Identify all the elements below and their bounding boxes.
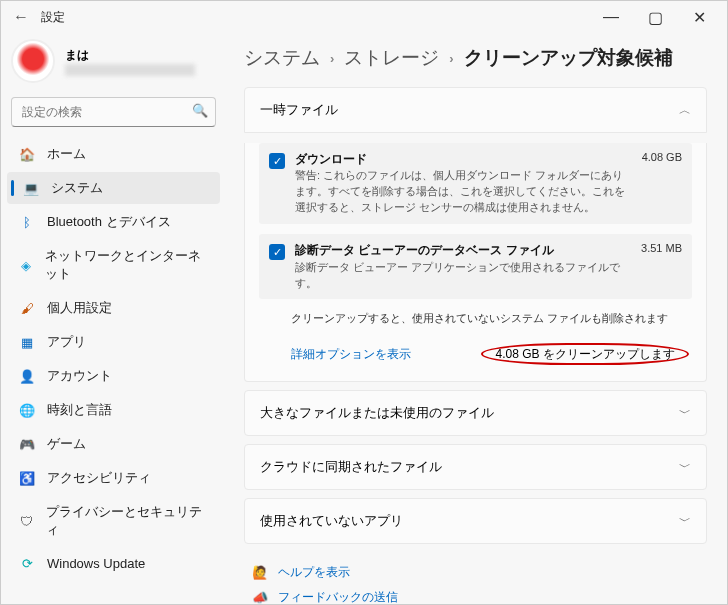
- avatar: [11, 39, 55, 83]
- crumb-current: クリーンアップ対象候補: [464, 45, 673, 71]
- chevron-down-icon: ﹀: [679, 513, 691, 530]
- file-size: 3.51 MB: [641, 242, 682, 254]
- panel-title: 一時ファイル: [260, 101, 338, 119]
- search-icon: 🔍: [192, 103, 208, 118]
- panel-cloud-files[interactable]: クラウドに同期されたファイル ﹀: [244, 444, 707, 490]
- chevron-up-icon: ︿: [679, 102, 691, 119]
- panel-large-files[interactable]: 大きなファイルまたは未使用のファイル ﹀: [244, 390, 707, 436]
- nav-accessibility[interactable]: ♿アクセシビリティ: [7, 462, 220, 494]
- panel-temp-files[interactable]: 一時ファイル ︿: [244, 87, 707, 133]
- nav-update[interactable]: ⟳Windows Update: [7, 548, 220, 578]
- chevron-right-icon: ›: [449, 51, 453, 66]
- titlebar: ← 設定 ― ▢ ✕: [1, 1, 727, 33]
- advanced-options-link[interactable]: 詳細オプションを表示: [291, 347, 411, 362]
- gaming-icon: 🎮: [19, 436, 35, 452]
- wifi-icon: ◈: [19, 257, 33, 273]
- search-input[interactable]: [11, 97, 216, 127]
- chevron-right-icon: ›: [330, 51, 334, 66]
- file-row-diagnostic: ✓ 診断データ ビューアーのデータベース ファイル 診断データ ビューアー アプ…: [259, 234, 692, 299]
- clock-icon: 🌐: [19, 402, 35, 418]
- nav-accounts[interactable]: 👤アカウント: [7, 360, 220, 392]
- window-title: 設定: [41, 9, 65, 26]
- chevron-down-icon: ﹀: [679, 459, 691, 476]
- file-row-downloads: ✓ ダウンロード 警告: これらのファイルは、個人用ダウンロード フォルダーにあ…: [259, 143, 692, 224]
- nav-apps[interactable]: ▦アプリ: [7, 326, 220, 358]
- update-icon: ⟳: [19, 555, 35, 571]
- crumb-storage[interactable]: ストレージ: [344, 45, 439, 71]
- cleanup-button[interactable]: 4.08 GB をクリーンアップします: [477, 342, 692, 367]
- nav-personalization[interactable]: 🖌個人用設定: [7, 292, 220, 324]
- checkbox-diagnostic[interactable]: ✓: [269, 244, 285, 260]
- apps-icon: ▦: [19, 334, 35, 350]
- chevron-down-icon: ﹀: [679, 405, 691, 422]
- help-links: 🙋ヘルプを表示 📣フィードバックの送信: [244, 552, 707, 604]
- profile-name: まは: [65, 46, 195, 64]
- checkbox-downloads[interactable]: ✓: [269, 153, 285, 169]
- crumb-system[interactable]: システム: [244, 45, 320, 71]
- account-icon: 👤: [19, 368, 35, 384]
- sidebar: まは 🔍 🏠ホーム 💻システム ᛒBluetooth とデバイス ◈ネットワーク…: [1, 33, 226, 604]
- main: システム › ストレージ › クリーンアップ対象候補 一時ファイル ︿ ✓ ダウ…: [226, 33, 727, 604]
- accessibility-icon: ♿: [19, 470, 35, 486]
- feedback-icon: 📣: [252, 590, 268, 604]
- nav-system[interactable]: 💻システム: [7, 172, 220, 204]
- nav-gaming[interactable]: 🎮ゲーム: [7, 428, 220, 460]
- nav-privacy[interactable]: 🛡プライバシーとセキュリティ: [7, 496, 220, 546]
- nav: 🏠ホーム 💻システム ᛒBluetooth とデバイス ◈ネットワークとインター…: [1, 137, 226, 579]
- file-size: 4.08 GB: [642, 151, 682, 163]
- nav-time[interactable]: 🌐時刻と言語: [7, 394, 220, 426]
- minimize-button[interactable]: ―: [589, 1, 633, 33]
- file-title: 診断データ ビューアーのデータベース ファイル: [295, 243, 554, 257]
- profile-email: [65, 64, 195, 76]
- maximize-button[interactable]: ▢: [633, 1, 677, 33]
- nav-home[interactable]: 🏠ホーム: [7, 138, 220, 170]
- close-button[interactable]: ✕: [677, 1, 721, 33]
- panel-title: 使用されていないアプリ: [260, 512, 403, 530]
- panel-unused-apps[interactable]: 使用されていないアプリ ﹀: [244, 498, 707, 544]
- search: 🔍: [11, 97, 216, 127]
- system-icon: 💻: [23, 180, 39, 196]
- panel-title: 大きなファイルまたは未使用のファイル: [260, 404, 494, 422]
- panel-temp-body: ✓ ダウンロード 警告: これらのファイルは、個人用ダウンロード フォルダーにあ…: [244, 143, 707, 382]
- file-desc: 診断データ ビューアー アプリケーションで使用されるファイルです。: [295, 261, 620, 289]
- help-link[interactable]: 🙋ヘルプを表示: [252, 560, 707, 585]
- shield-icon: 🛡: [19, 513, 34, 529]
- feedback-link[interactable]: 📣フィードバックの送信: [252, 585, 707, 604]
- file-desc: 警告: これらのファイルは、個人用ダウンロード フォルダーにあります。すべてを削…: [295, 169, 625, 213]
- bluetooth-icon: ᛒ: [19, 214, 35, 230]
- home-icon: 🏠: [19, 146, 35, 162]
- breadcrumb: システム › ストレージ › クリーンアップ対象候補: [244, 45, 707, 71]
- nav-network[interactable]: ◈ネットワークとインターネット: [7, 240, 220, 290]
- nav-bluetooth[interactable]: ᛒBluetooth とデバイス: [7, 206, 220, 238]
- panel-title: クラウドに同期されたファイル: [260, 458, 442, 476]
- help-icon: 🙋: [252, 565, 268, 580]
- profile[interactable]: まは: [1, 37, 226, 89]
- file-title: ダウンロード: [295, 152, 367, 166]
- cleanup-info: クリーンアップすると、使用されていないシステム ファイルも削除されます: [291, 311, 690, 326]
- brush-icon: 🖌: [19, 300, 35, 316]
- back-button[interactable]: ←: [7, 8, 35, 26]
